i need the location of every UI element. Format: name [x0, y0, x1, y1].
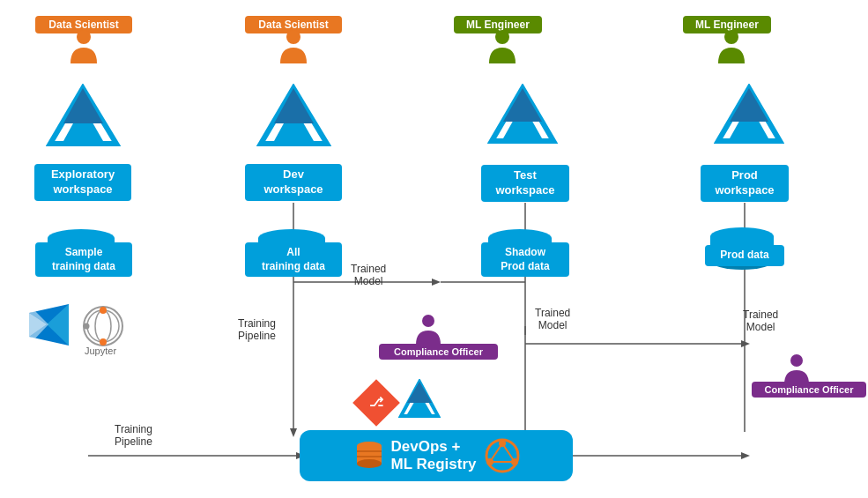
vscode-icon	[25, 300, 73, 348]
vertex-icon-4	[714, 84, 784, 154]
svg-point-48	[87, 310, 119, 342]
svg-line-71	[490, 443, 502, 462]
person-icon-2	[276, 28, 311, 72]
svg-marker-9	[741, 340, 750, 347]
workspace-label-1: Exploratoryworkspace	[34, 164, 131, 201]
devops-mesh-icon	[484, 437, 521, 474]
svg-marker-59	[407, 382, 432, 403]
person-icon-1	[66, 28, 101, 72]
svg-point-51	[100, 338, 107, 346]
svg-text:⎇: ⎇	[369, 395, 383, 409]
svg-marker-21	[63, 88, 103, 123]
compliance-badge-2: Compliance Officer	[752, 382, 866, 398]
git-icon: ⎇	[352, 379, 401, 427]
diagram: Data Scientist Data Scientist ML Enginee…	[0, 0, 868, 498]
svg-point-17	[495, 30, 509, 44]
person-icon-3	[485, 28, 520, 72]
svg-point-16	[286, 30, 300, 44]
arrow-label-training-pipeline-1: TrainingPipeline	[238, 317, 276, 342]
vertex-icon-2	[256, 84, 331, 154]
svg-marker-24	[274, 88, 314, 123]
jupyter-label: Jupyter	[85, 346, 116, 356]
devops-barrel-icon	[352, 439, 386, 472]
svg-point-62	[357, 459, 382, 468]
svg-point-18	[724, 30, 738, 44]
person-icon-compliance-1	[412, 313, 444, 346]
jupyter-icon	[79, 298, 128, 351]
arrow-label-trained-model-1: TrainedModel	[351, 263, 386, 287]
svg-point-15	[77, 30, 91, 44]
svg-marker-14	[741, 452, 750, 459]
arrow-label-trained-model-2: TrainedModel	[535, 307, 570, 331]
arrow-label-trained-model-3: TrainedModel	[743, 308, 778, 333]
person-icon-4	[714, 28, 749, 72]
svg-point-54	[790, 354, 803, 367]
svg-point-52	[84, 323, 90, 330]
data-label-2: Alltraining data	[245, 242, 342, 277]
svg-point-49	[95, 310, 111, 342]
devops-label: DevOps +ML Registry	[391, 438, 477, 473]
vertex-icon-center	[398, 379, 441, 423]
compliance-badge-1: Compliance Officer	[379, 344, 498, 360]
workspace-label-2: Devworkspace	[245, 164, 342, 201]
workspace-label-4: Prodworkspace	[701, 165, 789, 202]
svg-marker-30	[730, 88, 768, 122]
arrow-label-training-pipeline-2: TrainingPipeline	[115, 423, 152, 448]
svg-marker-2	[432, 279, 441, 286]
svg-marker-12	[290, 428, 297, 437]
svg-point-53	[422, 315, 434, 327]
svg-line-69	[502, 443, 515, 462]
vertex-icon-1	[46, 84, 121, 154]
devops-bar: DevOps +ML Registry	[300, 430, 573, 481]
svg-point-50	[100, 307, 107, 314]
data-label-4: Prod data	[705, 245, 784, 266]
workspace-label-3: Testworkspace	[481, 165, 569, 202]
data-label-3: ShadowProd data	[481, 242, 569, 277]
vertex-icon-3	[487, 84, 558, 154]
svg-marker-27	[503, 88, 542, 122]
data-label-1: Sampletraining data	[35, 242, 132, 277]
